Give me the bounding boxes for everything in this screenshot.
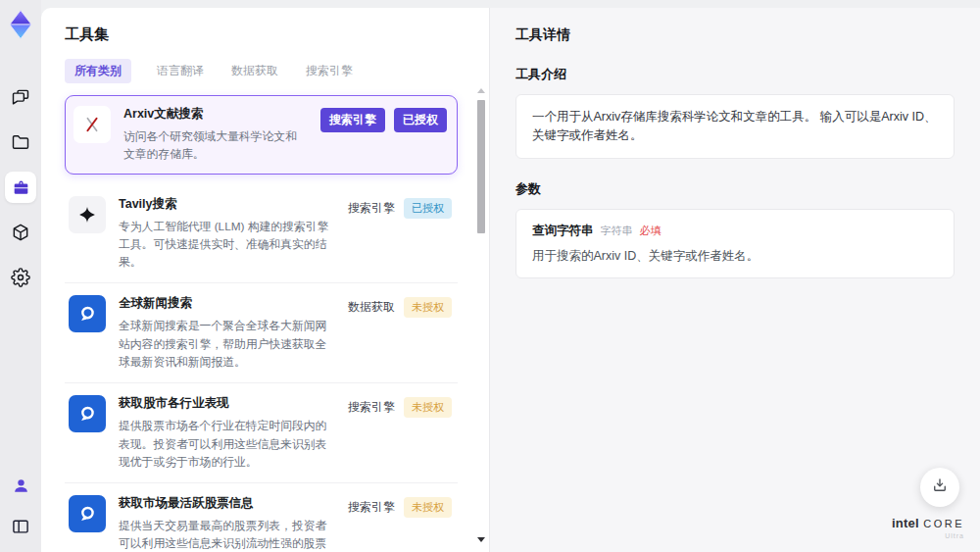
main-panel: 工具集 所有类别语言翻译数据获取搜索引擎 Arxiv文献搜索 访问各个研究领域大… <box>41 8 980 552</box>
tool-card[interactable]: 获取市场最活跃股票信息 提供当天交易量最高的股票列表，投资者可以利用这些信息来识… <box>65 483 458 552</box>
sidebar <box>0 0 41 552</box>
detail-title: 工具详情 <box>515 26 955 44</box>
download-icon <box>931 477 949 498</box>
juhe-icon <box>76 503 98 525</box>
app-root: 工具集 所有类别语言翻译数据获取搜索引擎 Arxiv文献搜索 访问各个研究领域大… <box>0 0 980 552</box>
juhe-icon <box>76 303 98 325</box>
intro-text: 一个用于从Arxiv存储库搜索科学论文和文章的工具。 输入可以是Arxiv ID… <box>532 108 938 145</box>
sidebar-nav <box>5 81 36 293</box>
page-title: 工具集 <box>65 25 469 44</box>
tool-list-panel: 工具集 所有类别语言翻译数据获取搜索引擎 Arxiv文献搜索 访问各个研究领域大… <box>41 8 490 552</box>
briefcase-icon <box>12 178 30 197</box>
gear-icon <box>11 268 30 287</box>
sidebar-item-user[interactable] <box>5 470 36 501</box>
folder-icon <box>11 132 30 152</box>
sidebar-item-panel-toggle[interactable] <box>5 511 36 542</box>
category-tab-3[interactable]: 搜索引擎 <box>304 59 355 83</box>
status-badge: 已授权 <box>394 108 447 132</box>
tool-description: 专为人工智能代理 (LLM) 构建的搜索引擎工具。可快速提供实时、准确和真实的结… <box>119 218 335 272</box>
category-tag: 搜索引擎 <box>348 497 395 518</box>
category-tag: 搜索引擎 <box>320 108 385 132</box>
status-badge: 已授权 <box>404 198 452 219</box>
tool-name: 获取市场最活跃股票信息 <box>119 495 335 512</box>
scroll-up-arrow-icon[interactable] <box>477 88 485 93</box>
intro-card: 一个用于从Arxiv存储库搜索科学论文和文章的工具。 输入可以是Arxiv ID… <box>515 94 955 159</box>
category-tabs: 所有类别语言翻译数据获取搜索引擎 <box>65 59 469 83</box>
intro-heading: 工具介绍 <box>515 66 955 83</box>
status-badge: 未授权 <box>404 397 452 418</box>
scrollbar-thumb[interactable] <box>477 100 485 233</box>
sidebar-item-settings[interactable] <box>5 262 36 293</box>
arxiv-icon <box>82 115 102 134</box>
param-description: 用于搜索的Arxiv ID、关键字或作者姓名。 <box>532 248 938 265</box>
cube-icon <box>11 223 30 242</box>
tool-icon <box>69 295 106 332</box>
param-name: 查询字符串 <box>532 223 594 239</box>
download-button[interactable] <box>920 468 959 507</box>
sidebar-bottom <box>5 470 36 542</box>
sidebar-item-folder[interactable] <box>5 126 36 158</box>
tool-card[interactable]: Arxiv文献搜索 访问各个研究领域大量科学论文和文章的存储库。 搜索引擎 已授… <box>65 95 458 175</box>
tool-list: Arxiv文献搜索 访问各个研究领域大量科学论文和文章的存储库。 搜索引擎 已授… <box>65 95 469 552</box>
tool-card[interactable]: 获取股市各行业表现 提供股票市场各个行业在特定时间段内的表现。投资者可以利用这些… <box>65 383 458 483</box>
tool-icon <box>69 196 106 233</box>
status-badge: 未授权 <box>404 497 452 518</box>
app-logo-icon[interactable] <box>7 9 34 40</box>
param-type: 字符串 <box>601 224 633 238</box>
sidebar-item-tools[interactable] <box>5 172 36 203</box>
tool-description: 访问各个研究领域大量科学论文和文章的存储库。 <box>123 127 308 164</box>
core-wordmark: CORE <box>923 518 964 529</box>
scroll-down-arrow-icon[interactable] <box>477 537 485 542</box>
category-tag: 搜索引擎 <box>348 397 395 418</box>
category-tab-0[interactable]: 所有类别 <box>65 59 131 83</box>
params-list: 查询字符串 字符串 必填 用于搜索的Arxiv ID、关键字或作者姓名。 <box>515 209 955 278</box>
tool-icon <box>74 106 111 143</box>
tool-name: 获取股市各行业表现 <box>119 395 335 412</box>
ultra-wordmark: Ultra <box>892 532 964 539</box>
sidebar-item-package[interactable] <box>5 217 36 248</box>
tool-detail-panel: 工具详情 工具介绍 一个用于从Arxiv存储库搜索科学论文和文章的工具。 输入可… <box>490 8 980 552</box>
category-tab-1[interactable]: 语言翻译 <box>155 59 206 83</box>
tool-card[interactable]: 全球新闻搜索 全球新闻搜索是一个聚合全球各大新闻网站内容的搜索引擎，帮助用户快速… <box>65 283 458 383</box>
tool-icon <box>69 495 106 532</box>
juhe-icon <box>76 403 98 425</box>
tool-description: 提供股票市场各个行业在特定时间段内的表现。投资者可以利用这些信息来识别表现优于或… <box>119 417 335 471</box>
tool-description: 提供当天交易量最高的股票列表，投资者可以利用这些信息来识别流动性强的股票和潜在的… <box>119 517 335 552</box>
tavily-star-icon <box>77 205 97 225</box>
category-tag: 数据获取 <box>348 297 395 318</box>
category-tab-2[interactable]: 数据获取 <box>229 59 280 83</box>
param-card: 查询字符串 字符串 必填 用于搜索的Arxiv ID、关键字或作者姓名。 <box>515 209 955 278</box>
status-badge: 未授权 <box>404 297 452 318</box>
sidebar-item-chat[interactable] <box>5 81 36 113</box>
tool-description: 全球新闻搜索是一个聚合全球各大新闻网站内容的搜索引擎，帮助用户快速获取全球最新资… <box>119 317 335 371</box>
params-heading: 参数 <box>515 180 955 198</box>
tool-card[interactable]: Tavily搜索 专为人工智能代理 (LLM) 构建的搜索引擎工具。可快速提供实… <box>65 184 458 284</box>
tool-name: Arxiv文献搜索 <box>123 106 308 123</box>
intel-wordmark: intel <box>892 516 919 530</box>
panel-icon <box>11 517 30 536</box>
tool-name: Tavily搜索 <box>119 196 335 213</box>
tool-name: 全球新闻搜索 <box>119 295 335 312</box>
tool-icon <box>69 395 106 432</box>
param-required-badge: 必填 <box>640 224 662 238</box>
intel-core-logo: intel CORE Ultra <box>892 514 964 539</box>
scrollbar[interactable] <box>476 84 486 546</box>
chat-icon <box>11 87 30 107</box>
user-icon <box>12 477 30 495</box>
category-tag: 搜索引擎 <box>348 198 395 219</box>
